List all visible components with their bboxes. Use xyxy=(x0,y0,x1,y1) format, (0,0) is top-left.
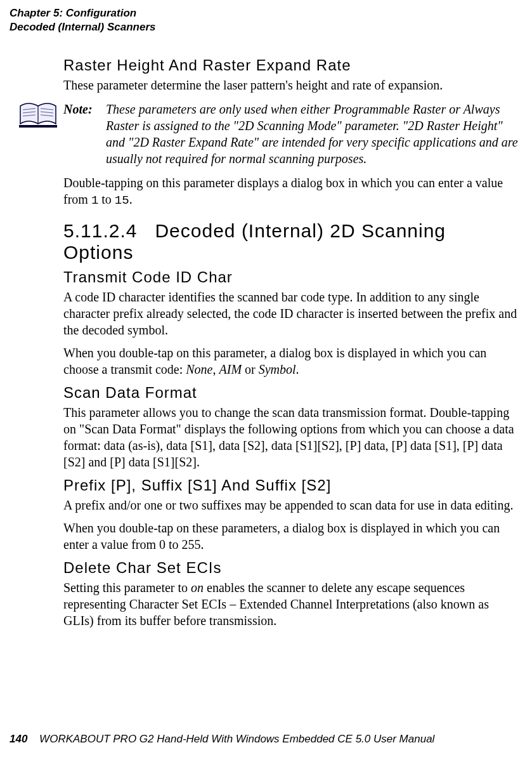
scan-data-p1: This parameter allows you to change the … xyxy=(63,404,519,470)
option-aim: AIM xyxy=(219,362,242,376)
note-label: Note: xyxy=(63,101,103,117)
running-header: Chapter 5: Configuration Decoded (Intern… xyxy=(10,6,522,34)
text-mid: to xyxy=(98,192,115,206)
text: Setting this parameter to xyxy=(63,581,191,595)
transmit-p2: When you double-tap on this parameter, a… xyxy=(63,345,519,378)
page-footer: 140 WORKABOUT PRO G2 Hand-Held With Wind… xyxy=(10,733,522,746)
transmit-p1: A code ID character identifies the scann… xyxy=(63,289,519,338)
note-block: Note: These parameters are only used whe… xyxy=(19,101,519,167)
note-body: These parameters are only used when eith… xyxy=(106,101,519,167)
raster-desc: These parameter determine the laser patt… xyxy=(63,77,519,93)
section-number: 5.11.2.4 xyxy=(63,220,137,241)
text: , xyxy=(213,362,219,376)
option-symbol: Symbol xyxy=(259,362,296,376)
body-content: Raster Height And Raster Expand Rate The… xyxy=(63,56,519,93)
option-on: on xyxy=(191,581,204,595)
raster-heading: Raster Height And Raster Expand Rate xyxy=(63,56,519,74)
text: or xyxy=(242,362,259,376)
text: . xyxy=(296,362,299,376)
prefix-p2: When you double-tap on these parameters,… xyxy=(63,520,519,553)
body-content-2: Double-tapping on this parameter display… xyxy=(63,174,519,629)
value-15: 15 xyxy=(115,194,129,207)
raster-double-tap: Double-tapping on this parameter display… xyxy=(63,174,519,209)
option-none: None xyxy=(186,362,212,376)
value-1: 1 xyxy=(91,194,98,207)
page-number: 140 xyxy=(10,733,27,745)
delete-heading: Delete Char Set ECIs xyxy=(63,559,519,577)
header-section: Decoded (Internal) Scanners xyxy=(10,20,522,34)
book-icon xyxy=(19,102,57,129)
page-container: Chapter 5: Configuration Decoded (Intern… xyxy=(0,0,532,629)
text-post: . xyxy=(129,192,133,206)
scan-data-heading: Scan Data Format xyxy=(63,384,519,402)
transmit-heading: Transmit Code ID Char xyxy=(63,268,519,286)
header-chapter: Chapter 5: Configuration xyxy=(10,6,522,20)
prefix-p1: A prefix and/or one or two suffixes may … xyxy=(63,497,519,513)
delete-p1: Setting this parameter to on enables the… xyxy=(63,579,519,629)
note-text: Note: These parameters are only used whe… xyxy=(63,101,519,167)
footer-title: WORKABOUT PRO G2 Hand-Held With Windows … xyxy=(39,733,434,745)
prefix-heading: Prefix [P], Suffix [S1] And Suffix [S2] xyxy=(63,477,519,494)
section-5-11-2-4-heading: 5.11.2.4 Decoded (Internal) 2D Scanning … xyxy=(63,220,519,263)
